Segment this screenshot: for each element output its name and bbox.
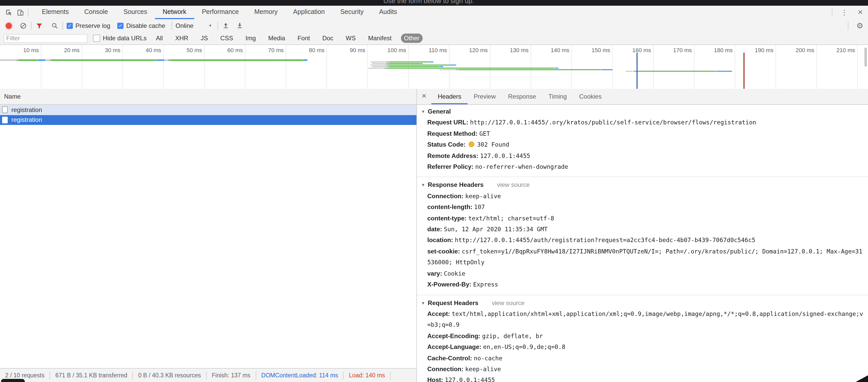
header-value: GET: [479, 130, 490, 137]
waterfall-bar-segment: [386, 67, 555, 69]
header-name: Accept-Encoding:: [427, 332, 480, 339]
overview-scrollbar-thumb[interactable]: [864, 47, 867, 67]
header-name: Request Method:: [427, 130, 478, 137]
tab-network[interactable]: Network: [155, 6, 194, 19]
tab-performance[interactable]: Performance: [194, 6, 246, 19]
tab-audits[interactable]: Audits: [371, 6, 405, 19]
tick-label: 110 ms: [417, 47, 447, 53]
detail-tab-timing[interactable]: Timing: [542, 89, 573, 104]
view-source-link[interactable]: view source: [497, 181, 530, 189]
filter-type-media[interactable]: Media: [265, 34, 288, 43]
settings-gear-icon[interactable]: ⚙: [852, 21, 868, 30]
request-row[interactable]: registration: [0, 105, 416, 115]
close-devtools-icon[interactable]: ×: [852, 6, 868, 19]
header-value: 127.0.0.1:4455: [445, 377, 495, 382]
tick-label: 80 ms: [294, 47, 324, 53]
section-title[interactable]: ▼Request Headersview source: [417, 298, 864, 309]
waterfall-bar-segment: [387, 64, 450, 66]
filter-type-other[interactable]: Other: [401, 34, 423, 43]
waterfall-bar-segment: [0, 59, 17, 61]
header-name: date:: [427, 225, 442, 233]
divider: [63, 22, 63, 30]
export-har-icon[interactable]: [236, 22, 244, 30]
close-details-icon[interactable]: ×: [417, 91, 432, 102]
status-bar-item: DOMContentLoaded: 114 ms: [256, 372, 344, 379]
header-row: Connection: keep-alive: [417, 364, 864, 375]
more-options-icon[interactable]: ⋮: [836, 8, 852, 16]
detail-tab-response[interactable]: Response: [502, 89, 542, 104]
tick-label: 160 ms: [621, 47, 651, 53]
grid-line: [776, 45, 776, 89]
disable-cache-label[interactable]: Disable cache: [126, 22, 165, 29]
waterfall-bar-segment: [458, 69, 601, 70]
search-icon[interactable]: [51, 22, 59, 30]
filter-type-font[interactable]: Font: [294, 34, 313, 43]
filter-type-css[interactable]: CSS: [217, 34, 236, 43]
section-title[interactable]: ▼Response Headersview source: [417, 180, 864, 191]
waterfall-bar-segment: [440, 66, 443, 67]
detail-tab-preview[interactable]: Preview: [467, 89, 502, 104]
filter-type-xhr[interactable]: XHR: [172, 34, 191, 43]
throttling-value: Online: [176, 22, 193, 29]
grid-line: [82, 45, 82, 89]
filter-type-ws[interactable]: WS: [343, 34, 359, 43]
corner-artifact: [1, 379, 25, 382]
header-row: Status Code: 302 Found: [417, 139, 864, 150]
tick-label: 120 ms: [458, 47, 488, 53]
filter-type-img[interactable]: Img: [242, 34, 259, 43]
preserve-log-checkbox[interactable]: ✓: [67, 23, 73, 29]
status-bar-item: Finish: 137 ms: [207, 372, 256, 379]
request-list: registrationregistration: [0, 105, 416, 125]
details-tabbar: × HeadersPreviewResponseTimingCookies: [417, 89, 868, 105]
record-network-log-button[interactable]: [6, 23, 12, 29]
view-source-link[interactable]: view source: [492, 299, 525, 306]
clear-network-log-icon[interactable]: [19, 22, 27, 30]
device-toolbar-icon[interactable]: [16, 8, 24, 16]
request-row[interactable]: registration: [0, 115, 416, 125]
header-name: X-Powered-By:: [427, 281, 471, 288]
header-row: content-type: text/html; charset=utf-8: [417, 213, 864, 224]
waterfall-bar-segment: [383, 67, 386, 69]
divider: [28, 8, 28, 16]
throttling-dropdown[interactable]: Online ▼: [176, 22, 212, 29]
tab-memory[interactable]: Memory: [247, 6, 285, 19]
section-title-text: Request Headers: [428, 299, 478, 306]
network-overview-timeline[interactable]: 10 ms20 ms30 ms40 ms50 ms60 ms70 ms80 ms…: [0, 45, 868, 89]
detail-tab-cookies[interactable]: Cookies: [573, 89, 608, 104]
tab-security[interactable]: Security: [333, 6, 371, 19]
header-name: Remote Address:: [427, 152, 478, 159]
filter-type-manifest[interactable]: Manifest: [365, 34, 395, 43]
headers-section: ▼GeneralRequest URL: http://127.0.0.1:44…: [417, 105, 868, 177]
filter-input[interactable]: [4, 34, 87, 43]
tab-application[interactable]: Application: [285, 6, 333, 19]
header-row: Cache-Control: no-cache: [417, 353, 864, 364]
preserve-log-label[interactable]: Preserve log: [75, 22, 110, 29]
detail-tab-headers[interactable]: Headers: [432, 89, 468, 104]
tab-sources[interactable]: Sources: [116, 6, 155, 19]
inspect-element-icon[interactable]: [5, 8, 13, 16]
hide-data-urls-label[interactable]: Hide data URLs: [103, 35, 147, 42]
request-list-panel: Name registrationregistration 2 / 10 req…: [0, 89, 416, 382]
tab-console[interactable]: Console: [76, 6, 116, 19]
filter-type-doc[interactable]: Doc: [319, 34, 337, 43]
section-title[interactable]: ▼General: [417, 106, 864, 117]
header-row: Referrer Policy: no-referrer-when-downgr…: [417, 162, 864, 173]
waterfall-bar-segment: [168, 59, 170, 61]
waterfall-bar-segment: [37, 59, 45, 61]
filter-funnel-icon[interactable]: [35, 22, 43, 30]
header-value: http://127.0.0.1:4455/auth/registration?…: [455, 237, 755, 244]
waterfall-bar-segment: [371, 64, 385, 66]
waterfall-bar-segment: [717, 70, 732, 72]
hide-data-urls-checkbox[interactable]: [93, 35, 100, 42]
filter-type-js[interactable]: JS: [197, 34, 211, 43]
waterfall-bar-segment: [372, 63, 386, 64]
filter-type-all[interactable]: All: [153, 34, 166, 43]
disable-cache-checkbox[interactable]: ✓: [118, 23, 124, 29]
tab-elements[interactable]: Elements: [34, 6, 76, 19]
name-column-header[interactable]: Name: [0, 89, 416, 105]
header-row: Request Method: GET: [417, 129, 864, 140]
import-har-icon[interactable]: [222, 22, 230, 30]
waterfall-bar-segment: [51, 59, 157, 61]
header-value: 302 Found: [477, 141, 509, 148]
waterfall-bar-segment: [386, 61, 389, 63]
